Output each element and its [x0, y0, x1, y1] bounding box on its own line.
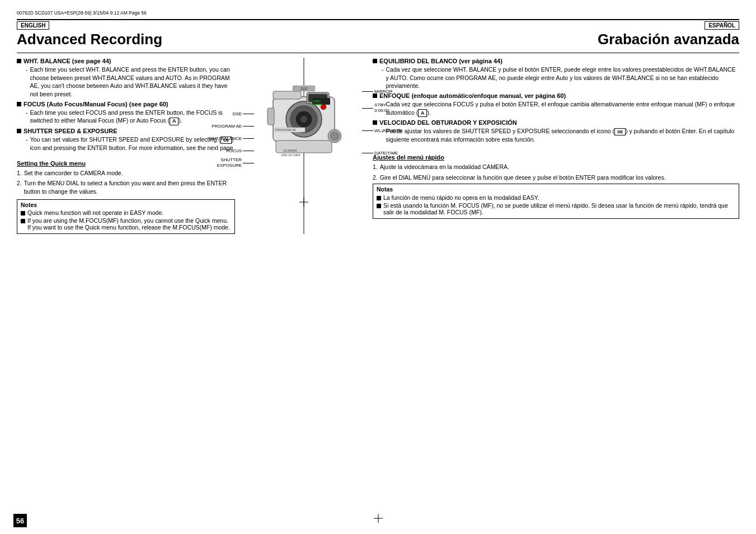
english-badge: ENGLISH: [17, 21, 49, 30]
notes-title: Notes: [21, 202, 231, 208]
english-notes: Notes Quick menu function will not opera…: [17, 199, 235, 234]
quick-menu-section-es: Ajustes del menú rápido 1. Ajuste la vid…: [373, 154, 739, 181]
section-enfoque: ENFOQUE (enfoque automático/enfoque manu…: [373, 92, 739, 117]
quick-menu-body: 1. Set the camcorder to CAMERA mode. 2. …: [17, 169, 235, 196]
bullet-icon: [17, 102, 21, 106]
section-velocidad: VELOCIDAD DEL OBTURADOR Y EXPOSICIÓN Pue…: [373, 119, 739, 144]
spanish-title: Grabación avanzada: [598, 31, 739, 48]
svg-point-19: [330, 132, 339, 140]
quick-menu-section: Setting the Quick menu 1. Set the camcor…: [17, 160, 235, 196]
auto-focus-icon: A: [170, 118, 179, 125]
wht-balance-body: Each time you select WHT. BALANCE and pr…: [26, 65, 235, 99]
svg-rect-9: [267, 108, 274, 125]
bullet-icon: [17, 59, 21, 63]
step-1-es: 1. Ajuste la videocámara en la modalidad…: [373, 163, 739, 171]
note-item-1: Quick menu function will not operate in …: [21, 209, 231, 216]
diagram-right-labels: MIRROR STBY0:00:00 WL-REMOTE DATE/TIME: [362, 86, 402, 158]
step-1: 1. Set the camcorder to CAMERA mode.: [17, 169, 235, 177]
page: 00762D SCD107 USA+ESP(28-59) 3/15/04 9:1…: [0, 0, 756, 534]
note-bullet: [377, 204, 381, 208]
svg-text:PROGRAM AE: PROGRAM AE: [275, 128, 296, 132]
spanish-notes: Notas La función de menú rápido no opera…: [373, 184, 739, 219]
equilibrio-body: Cada vez que seleccione WHT. BALANCE y p…: [382, 65, 739, 90]
note-bullet: [21, 211, 25, 216]
enfoque-body: Cada vez que selecciona FOCUS y pulsa el…: [382, 100, 739, 117]
note-item-1-es: La función de menú rápido no opera en la…: [377, 194, 735, 201]
velocidad-body: Puede ajustar los valores de SHUTTER SPE…: [382, 127, 739, 144]
auto-focus-icon-es: A: [418, 109, 427, 117]
step-2: 2. Turn the MENU DIAL to select a functi…: [17, 179, 235, 195]
note-bullet: [21, 219, 25, 223]
title-row: Advanced Recording Grabación avanzada: [17, 31, 739, 48]
camera-svg: DIS STBY 0:00:00 PROGRAM AE 12:00AM JAN …: [262, 80, 346, 192]
svg-text:JAN 19 2004: JAN 19 2004: [281, 153, 300, 157]
file-info: 00762D SCD107 USA+ESP(28-59) 3/15/04 9:1…: [17, 10, 739, 16]
focus-body: Each time you select FOCUS and press the…: [26, 109, 235, 125]
camera-diagram: DIS STBY 0:00:00 PROGRAM AE 12:00AM JAN …: [262, 80, 346, 207]
english-content: WHT. BALANCE (see page 44) Each time you…: [17, 58, 235, 234]
shutter-body: You can set values for SHUTTER SPEED and…: [26, 135, 235, 152]
quick-menu-title-es: Ajustes del menú rápido: [373, 154, 739, 161]
svg-text:DIS: DIS: [300, 87, 307, 91]
page-number: 56: [13, 514, 27, 527]
section-focus: FOCUS (Auto Focus/Manual Focus) (see pag…: [17, 101, 235, 125]
notes-title-es: Notas: [377, 186, 735, 193]
svg-text:0:00:00: 0:00:00: [313, 103, 322, 106]
quick-menu-title: Setting the Quick menu: [17, 160, 235, 167]
section-equilibrio: EQUILIBRIO DEL BLANCO (ver página 44) Ca…: [373, 58, 739, 90]
spanish-badge: ESPAÑOL: [705, 21, 739, 30]
spanish-content: EQUILIBRIO DEL BLANCO (ver página 44) Ca…: [373, 58, 739, 234]
diagram-left-labels: DSE PROGRAM AE WHT. BALANCE FOCUS: [209, 108, 254, 170]
note-bullet: [377, 196, 381, 200]
note-item-2: If you are using the M.FOCUS(MF) functio…: [21, 217, 231, 231]
english-title: Advanced Recording: [17, 31, 162, 48]
note-item-2-es: Si está usando la función M. FOCUS (MF),…: [377, 202, 735, 216]
section-wht-balance: WHT. BALANCE (see page 44) Each time you…: [17, 58, 235, 99]
quick-menu-body-es: 1. Ajuste la videocámara en la modalidad…: [373, 163, 739, 181]
bullet-icon: [373, 59, 377, 63]
shutter-icon-es: SE: [614, 128, 626, 135]
section-shutter: SHUTTER SPEED & EXPOSURE You can set val…: [17, 128, 235, 152]
svg-text:12:00AM: 12:00AM: [283, 149, 297, 152]
svg-point-4: [300, 116, 307, 123]
bullet-icon: [17, 129, 21, 133]
svg-rect-5: [273, 91, 301, 99]
step-2-es: 2. Gire el DIAL MENÚ para seleccionar la…: [373, 174, 739, 182]
